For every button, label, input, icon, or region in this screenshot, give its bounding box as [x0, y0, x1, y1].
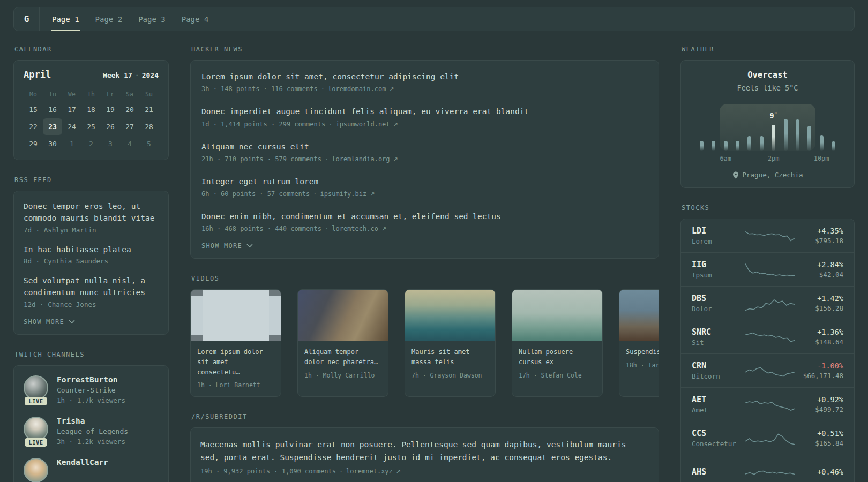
- tab-page-3[interactable]: Page 3: [130, 7, 174, 31]
- stock-row[interactable]: CCSConsectetur+0.51%$165.84: [681, 421, 854, 455]
- stock-price: $795.18: [795, 237, 843, 245]
- weather-bar: [807, 126, 811, 151]
- tab-page-2[interactable]: Page 2: [87, 7, 131, 31]
- calendar-day: 30: [43, 135, 62, 152]
- hn-item-title[interactable]: Donec imperdiet augue tincidunt felis al…: [201, 106, 648, 117]
- hn-item-meta: 1d · 1,414 points · 299 comments·ipsumwo…: [201, 120, 648, 128]
- hackernews-show-more-button[interactable]: SHOW MORE: [201, 242, 253, 250]
- videos-section-label: VIDEOS: [191, 275, 659, 282]
- twitch-channel[interactable]: LIVETrishaLeague of Legends3h · 1.2k vie…: [24, 417, 159, 446]
- rss-item-meta: 12d · Chance Jones: [24, 300, 159, 308]
- app-logo[interactable]: G: [14, 7, 40, 31]
- daylight-region: [720, 104, 815, 151]
- twitch-channel[interactable]: LIVEForrestBurtonCounter-Strike1h · 1.7k…: [24, 375, 159, 404]
- hn-item-meta: 21h · 710 points · 579 comments·loremlan…: [201, 155, 648, 163]
- stock-ticker: AHS: [692, 467, 745, 477]
- video-card[interactable]: Lorem ipsum dolor sit amet consectetu…1h…: [190, 289, 281, 397]
- calendar-weekday-row: MoTuWeThFrSaSu: [24, 91, 159, 98]
- middle-column: HACKER NEWS Lorem ipsum dolor sit amet, …: [190, 46, 659, 482]
- stock-row[interactable]: IIGIpsum+2.84%$42.04: [681, 252, 854, 286]
- hn-item-title[interactable]: Integer eget rutrum lorem: [201, 176, 648, 187]
- stock-change: +1.42%: [795, 294, 843, 303]
- stock-ticker: DBS: [692, 293, 745, 303]
- weather-time-label: 6am: [720, 155, 731, 162]
- hn-item-domain[interactable]: ipsumworld.net: [335, 120, 390, 128]
- stock-values: +0.51%$165.84: [795, 429, 843, 447]
- stock-row[interactable]: SNRCSit+1.36%$148.64: [681, 320, 854, 353]
- stock-sparkline: [745, 259, 795, 280]
- hn-item-domain[interactable]: ipsumify.biz: [320, 190, 367, 198]
- weather-time-label: 10pm: [814, 155, 829, 162]
- stocks-list: LDILorem+4.35%$795.18IIGIpsum+2.84%$42.0…: [681, 219, 854, 482]
- video-meta: 17h · Stefan Cole: [519, 372, 596, 379]
- video-title: Nullam posuere cursus ex: [519, 347, 596, 367]
- calendar-header: April Week 17·2024: [24, 69, 159, 80]
- dot-separator: ·: [321, 85, 325, 93]
- hackernews-widget: HACKER NEWS Lorem ipsum dolor sit amet, …: [190, 46, 659, 259]
- rss-item: In hac habitasse platea8d · Cynthia Saun…: [24, 244, 159, 266]
- stock-change: +0.46%: [795, 468, 843, 476]
- video-card[interactable]: Nullam posuere cursus ex17h · Stefan Col…: [512, 289, 603, 397]
- hn-item-domain[interactable]: loremlandia.org: [332, 155, 390, 163]
- tab-page-4[interactable]: Page 4: [174, 7, 217, 31]
- twitch-channel-list: LIVEForrestBurtonCounter-Strike1h · 1.7k…: [24, 375, 159, 482]
- calendar-month: April: [24, 69, 51, 80]
- rss-show-more-button[interactable]: SHOW MORE: [24, 318, 75, 326]
- stock-row[interactable]: LDILorem+4.35%$795.18: [681, 219, 854, 252]
- calendar-weekday: Fr: [101, 91, 120, 98]
- channel-name: KendallCarr: [57, 458, 108, 466]
- twitch-widget: TWITCH CHANNELS LIVEForrestBurtonCounter…: [13, 351, 169, 482]
- video-card[interactable]: Suspendisse diam18h · Tara: [619, 289, 659, 397]
- rss-item-title[interactable]: Donec tempor eros leo, ut commodo mauris…: [24, 201, 159, 224]
- hn-item-meta: 6h · 60 points · 57 comments·ipsumify.bi…: [201, 190, 648, 198]
- rss-item-title[interactable]: Sed volutpat nulla nisl, a condimentum n…: [24, 275, 159, 299]
- weather-bar: [796, 119, 799, 151]
- video-card[interactable]: Mauris sit amet massa felis7h · Grayson …: [405, 289, 496, 397]
- video-title: Aliquam tempor dolor nec pharetra…: [304, 347, 381, 367]
- stock-name: Amet: [692, 406, 745, 414]
- weather-feels-like: Feels like 5°C: [694, 84, 841, 92]
- stock-row[interactable]: AHS+0.46%: [681, 455, 854, 482]
- stocks-section-label: STOCKS: [682, 204, 855, 212]
- hn-item-title[interactable]: Aliquam nec cursus elit: [201, 141, 648, 152]
- stock-name: Dolor: [692, 305, 745, 313]
- tab-page-1[interactable]: Page 1: [44, 7, 87, 31]
- calendar-day: 1: [62, 135, 81, 152]
- dot-separator: ·: [325, 155, 328, 163]
- hn-item-title[interactable]: Donec enim nibh, condimentum et accumsan…: [201, 211, 648, 222]
- subreddit-post-domain[interactable]: loremnet.xyz: [346, 468, 393, 475]
- external-link-icon: ↗: [396, 468, 401, 475]
- video-card-body: Lorem ipsum dolor sit amet consectetu…1h…: [191, 341, 281, 396]
- stock-name: Consectetur: [692, 440, 745, 448]
- avatar: [24, 458, 48, 482]
- stock-id: LDILorem: [692, 226, 745, 245]
- dot-separator: ·: [325, 225, 328, 232]
- twitch-section-label: TWITCH CHANNELS: [14, 351, 169, 358]
- rss-widget: RSS FEED Donec tempor eros leo, ut commo…: [13, 176, 169, 335]
- stock-row[interactable]: CRNBitcorn-1.00%$66,171.48: [681, 353, 854, 387]
- rss-item: Sed volutpat nulla nisl, a condimentum n…: [24, 275, 159, 308]
- external-link-icon: ↗: [393, 156, 398, 163]
- video-card-body: Suspendisse diam18h · Tara: [619, 341, 659, 376]
- stock-price: $148.64: [795, 338, 843, 346]
- dot-separator: ·: [339, 468, 343, 475]
- rss-item-title[interactable]: In hac habitasse platea: [24, 244, 159, 256]
- calendar-day: 29: [24, 135, 43, 152]
- weather-bar: [736, 141, 739, 151]
- hn-item-domain[interactable]: loremtech.co: [332, 225, 378, 232]
- video-card[interactable]: Aliquam tempor dolor nec pharetra…1h · M…: [297, 289, 388, 397]
- weather-condition: Overcast: [694, 70, 841, 80]
- rss-list: Donec tempor eros leo, ut commodo mauris…: [24, 201, 159, 308]
- stock-row[interactable]: AETAmet+0.92%$499.72: [681, 387, 854, 421]
- stock-sparkline: [745, 225, 795, 246]
- subreddit-post-title[interactable]: Maecenas mollis pulvinar erat non posuer…: [200, 439, 649, 464]
- stocks-card: LDILorem+4.35%$795.18IIGIpsum+2.84%$42.0…: [680, 219, 855, 482]
- twitch-channel[interactable]: KendallCarr: [24, 458, 159, 482]
- calendar-day: 26: [101, 118, 120, 135]
- video-meta: 7h · Grayson Dawson: [411, 372, 489, 379]
- weather-location-text: Prague, Czechia: [743, 171, 803, 179]
- hn-item-domain[interactable]: loremdomain.com: [328, 85, 386, 93]
- stock-row[interactable]: DBSDolor+1.42%$156.28: [681, 286, 854, 320]
- hn-item-title[interactable]: Lorem ipsum dolor sit amet, consectetur …: [201, 71, 648, 82]
- subreddit-section-label: /R/SUBREDDIT: [191, 413, 659, 420]
